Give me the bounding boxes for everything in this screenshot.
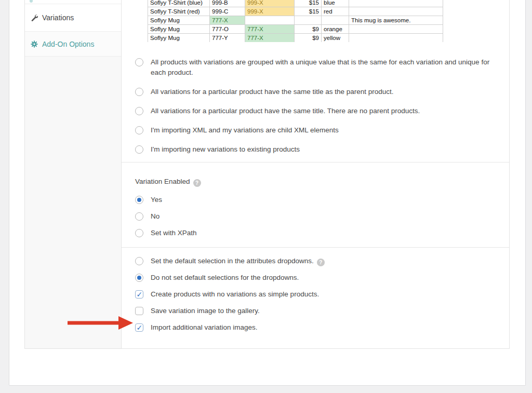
checkbox-import-additional-images[interactable] bbox=[135, 323, 143, 332]
table-row: Soflyy Mug 777-O 777-X $9 orange bbox=[148, 25, 443, 34]
cell-product: Soflyy Mug bbox=[148, 34, 210, 43]
cell-parent-sku: 999-X bbox=[245, 0, 295, 7]
cell-color: blue bbox=[322, 0, 349, 7]
radio-xml-child-elements[interactable] bbox=[135, 126, 143, 134]
option-row: All products with variations are grouped… bbox=[135, 57, 509, 78]
radio-new-variations-existing[interactable] bbox=[135, 145, 143, 154]
cell-color: yellow bbox=[322, 34, 349, 43]
option-row: Save variation image to the gallery. bbox=[135, 306, 509, 316]
cell-product: Soflyy Mug bbox=[148, 25, 210, 34]
radio-label[interactable]: All variations for a particular product … bbox=[151, 87, 394, 97]
help-icon[interactable] bbox=[193, 179, 201, 187]
cell-price: $15 bbox=[295, 7, 322, 16]
plugin-settings-page: { "sidebar": { "items": [ { "label": "Va… bbox=[0, 0, 532, 393]
radio-no-default-selection[interactable] bbox=[135, 274, 143, 282]
cell-product: Soflyy T-Shirt (blue) bbox=[148, 0, 210, 7]
cell-color: orange bbox=[322, 25, 349, 34]
radio-label[interactable]: No bbox=[151, 211, 159, 222]
cell-description bbox=[349, 7, 443, 16]
option-row: Set with XPath bbox=[135, 228, 509, 238]
cell-description: This mug is awesome. bbox=[349, 16, 443, 25]
radio-label[interactable]: Set the default selection in the attribu… bbox=[151, 256, 325, 266]
cell-price: $9 bbox=[295, 34, 322, 43]
cell-price bbox=[295, 16, 322, 25]
import-options-panel: Variations Add-On Option bbox=[24, 0, 510, 349]
option-row: Import additional variation images. bbox=[135, 322, 509, 333]
radio-label[interactable]: I'm importing XML and my variations are … bbox=[151, 125, 339, 135]
cell-description bbox=[349, 0, 443, 7]
checkbox-label[interactable]: Create products with no variations as si… bbox=[151, 289, 319, 300]
variations-settings-content: Soflyy T-Shirt (blue) 999-B 999-X $15 bl… bbox=[122, 0, 509, 348]
table-row: Soflyy Mug 777-X This mug is awesome. bbox=[148, 16, 443, 25]
help-icon[interactable] bbox=[317, 259, 325, 266]
option-row: Set the default selection in the attribu… bbox=[135, 256, 509, 266]
radio-same-title-as-parent[interactable] bbox=[135, 88, 143, 96]
radio-same-title-no-parents[interactable] bbox=[135, 107, 143, 115]
cell-sku: 777-Y bbox=[210, 34, 245, 43]
sidebar-item-clipped[interactable] bbox=[25, 0, 121, 4]
option-row: I'm importing XML and my variations are … bbox=[135, 125, 509, 135]
option-row: Yes bbox=[135, 195, 509, 205]
radio-variation-enabled-no[interactable] bbox=[135, 212, 143, 221]
cell-price: $9 bbox=[295, 25, 322, 34]
table-row: Soflyy Mug 777-Y 777-X $9 yellow bbox=[148, 34, 443, 43]
cell-description bbox=[349, 25, 443, 34]
sidebar-filler bbox=[25, 57, 121, 348]
variation-enabled-label-row: Variation Enabled bbox=[135, 178, 509, 187]
radio-label[interactable]: Do not set default selections for the dr… bbox=[151, 273, 299, 283]
sidebar-item-label: Add-On Options bbox=[42, 40, 94, 48]
sidebar-item-addon-options[interactable]: Add-On Options bbox=[25, 32, 121, 57]
option-row: All variations for a particular product … bbox=[135, 106, 509, 116]
checkbox-simple-products[interactable] bbox=[135, 290, 143, 299]
variation-grouping-section: Soflyy T-Shirt (blue) 999-B 999-X $15 bl… bbox=[122, 0, 509, 162]
radio-grouped-unique-value[interactable] bbox=[135, 58, 143, 66]
radio-set-with-xpath[interactable] bbox=[135, 229, 143, 237]
cell-sku: 999-B bbox=[210, 0, 245, 7]
option-row: All variations for a particular product … bbox=[135, 87, 509, 97]
wrench-icon bbox=[31, 14, 38, 21]
defaults-section: Set the default selection in the attribu… bbox=[122, 248, 509, 339]
radio-label[interactable]: All variations for a particular product … bbox=[151, 106, 420, 116]
radio-label[interactable]: All products with variations are grouped… bbox=[151, 57, 491, 78]
table-row: Soflyy T-Shirt (blue) 999-B 999-X $15 bl… bbox=[148, 0, 443, 7]
cell-product: Soflyy T-Shirt (red) bbox=[148, 7, 210, 16]
cell-color bbox=[322, 16, 349, 25]
checkbox-label[interactable]: Import additional variation images. bbox=[151, 322, 258, 333]
table-row: Soflyy T-Shirt (red) 999-C 999-X $15 red bbox=[148, 7, 443, 16]
clipped-icon bbox=[30, 0, 33, 3]
sidebar-item-label: Variations bbox=[42, 13, 74, 22]
checkbox-save-variation-image[interactable] bbox=[135, 307, 143, 315]
cell-parent-sku: 777-X bbox=[245, 25, 295, 34]
cell-parent-sku: 999-X bbox=[245, 7, 295, 16]
cell-parent-sku bbox=[245, 16, 295, 25]
option-row: I'm importing new variations to existing… bbox=[135, 144, 509, 155]
option-row: Do not set default selections for the dr… bbox=[135, 273, 509, 283]
radio-label[interactable]: Set with XPath bbox=[151, 228, 197, 238]
cell-description bbox=[349, 34, 443, 43]
radio-variation-enabled-yes[interactable] bbox=[135, 196, 143, 204]
cell-sku: 777-O bbox=[210, 25, 245, 34]
cell-price: $15 bbox=[295, 0, 322, 7]
cell-product: Soflyy Mug bbox=[148, 16, 210, 25]
option-row: No bbox=[135, 211, 509, 222]
cell-color: red bbox=[322, 7, 349, 16]
example-spreadsheet-image: Soflyy T-Shirt (blue) 999-B 999-X $15 bl… bbox=[148, 0, 443, 42]
cell-parent-sku: 777-X bbox=[245, 34, 295, 43]
cell-sku: 999-C bbox=[210, 7, 245, 16]
gear-icon bbox=[31, 40, 38, 48]
checkbox-label[interactable]: Save variation image to the gallery. bbox=[151, 306, 260, 316]
sidebar-item-variations[interactable]: Variations bbox=[25, 4, 121, 32]
field-label: Variation Enabled bbox=[135, 178, 190, 185]
cell-sku: 777-X bbox=[210, 16, 245, 25]
settings-sidebar: Variations Add-On Option bbox=[25, 0, 122, 348]
example-spreadsheet-table: Soflyy T-Shirt (blue) 999-B 999-X $15 bl… bbox=[148, 0, 443, 42]
option-row: Create products with no variations as si… bbox=[135, 289, 509, 300]
variation-enabled-section: Variation Enabled Yes No Set with XPath bbox=[122, 162, 509, 248]
red-annotation-arrow bbox=[66, 315, 134, 331]
radio-set-default-selection[interactable] bbox=[135, 257, 143, 265]
radio-label[interactable]: I'm importing new variations to existing… bbox=[151, 144, 300, 155]
radio-label[interactable]: Yes bbox=[151, 195, 162, 205]
